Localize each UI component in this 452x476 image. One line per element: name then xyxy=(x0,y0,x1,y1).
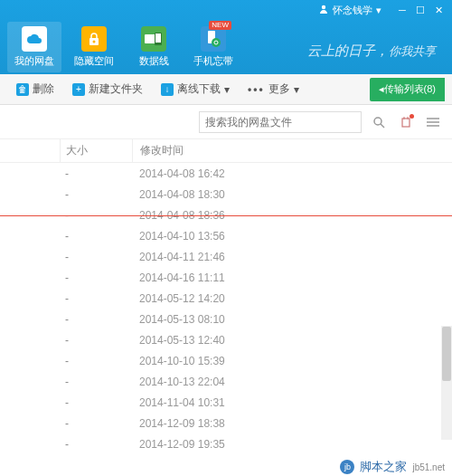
chevron-down-icon: ▾ xyxy=(294,83,299,96)
plus-icon: + xyxy=(72,83,85,96)
table-row[interactable]: -2014-10-13 22:04 xyxy=(0,371,452,392)
col-date[interactable]: 修改时间 xyxy=(132,139,452,162)
window-buttons: ─ ☐ ✕ xyxy=(396,4,445,16)
search-input[interactable] xyxy=(199,111,362,133)
size-cell: - xyxy=(60,292,132,305)
table-row[interactable]: -2014-04-10 13:56 xyxy=(0,225,452,246)
table-row[interactable]: -2014-05-13 12:40 xyxy=(0,329,452,350)
col-size[interactable]: 大小 xyxy=(60,139,132,162)
size-cell: - xyxy=(60,334,132,347)
nav-label: 手机忘带 xyxy=(193,54,233,68)
svg-point-8 xyxy=(374,118,381,125)
user-icon xyxy=(318,4,329,16)
device-icon xyxy=(141,26,166,52)
file-list: -2014-04-08 16:42-2014-04-08 18:30-2014-… xyxy=(0,163,452,458)
nav-label: 数据线 xyxy=(139,54,169,68)
dropdown-icon: ▾ xyxy=(376,5,381,16)
searchbar xyxy=(0,105,452,139)
svg-rect-10 xyxy=(402,119,410,127)
table-row[interactable]: -2014-12-09 19:35 xyxy=(0,433,452,454)
size-cell: - xyxy=(60,438,132,451)
header: 怀念钱学 ▾ ─ ☐ ✕ 我的网盘 隐藏空间 数据线 xyxy=(0,0,452,74)
more-button[interactable]: ••• 更多 ▾ xyxy=(239,78,308,101)
size-cell: - xyxy=(60,230,132,243)
table-row[interactable]: -2014-11-04 10:31 xyxy=(0,392,452,413)
nav-dataline[interactable]: 数据线 xyxy=(127,22,181,72)
phone-sync-icon: NEW xyxy=(201,26,226,52)
search-button[interactable] xyxy=(369,112,389,132)
site-url: jb51.net xyxy=(412,462,445,472)
column-headers: 大小 修改时间 xyxy=(0,139,452,163)
svg-point-0 xyxy=(322,5,325,9)
date-cell: 2014-12-09 18:38 xyxy=(132,417,452,430)
nav-mydisk[interactable]: 我的网盘 xyxy=(7,22,61,72)
size-cell: - xyxy=(60,313,132,326)
scrollbar[interactable] xyxy=(441,326,452,440)
chevron-down-icon: ▾ xyxy=(224,83,230,96)
site-logo-icon: jb xyxy=(340,460,354,474)
list-view-button[interactable] xyxy=(423,112,443,132)
cloud-icon xyxy=(22,26,47,52)
table-row[interactable]: -2014-04-11 21:46 xyxy=(0,246,452,267)
svg-point-7 xyxy=(212,38,221,47)
newfolder-button[interactable]: + 新建文件夹 xyxy=(63,78,152,101)
size-cell: - xyxy=(60,396,132,409)
svg-line-9 xyxy=(381,124,384,128)
size-cell: - xyxy=(60,271,132,284)
site-name: 脚本之家 xyxy=(360,459,407,475)
table-row[interactable]: -2014-10-10 15:39 xyxy=(0,350,452,371)
date-cell: 2014-11-04 10:31 xyxy=(132,396,452,409)
lock-icon xyxy=(81,26,107,52)
delete-button[interactable]: 🗑 删除 xyxy=(7,78,63,101)
date-cell: 2014-05-13 08:10 xyxy=(132,313,452,326)
size-cell: - xyxy=(60,251,132,263)
nav-label: 隐藏空间 xyxy=(74,54,114,68)
user-account[interactable]: 怀念钱学 ▾ xyxy=(318,4,381,17)
size-cell: - xyxy=(60,376,132,388)
table-row[interactable]: -2014-05-12 14:20 xyxy=(0,288,452,309)
date-cell: 2014-04-08 18:30 xyxy=(132,188,452,201)
notification-button[interactable] xyxy=(396,112,416,132)
table-row[interactable]: -2014-12-09 18:38 xyxy=(0,413,452,433)
table-row[interactable]: -2014-04-08 16:42 xyxy=(0,163,452,184)
titlebar: 怀念钱学 ▾ ─ ☐ ✕ xyxy=(0,0,452,20)
svg-rect-5 xyxy=(155,33,161,43)
date-cell: 2014-04-08 16:42 xyxy=(132,167,452,180)
slogan: 云上的日子，你我共享 xyxy=(307,43,436,60)
maximize-button[interactable]: ☐ xyxy=(414,4,427,16)
size-cell: - xyxy=(60,355,132,367)
new-badge: NEW xyxy=(209,21,231,30)
minimize-button[interactable]: ─ xyxy=(396,4,409,16)
date-cell: 2014-04-16 11:11 xyxy=(132,271,452,284)
date-cell: 2014-05-13 12:40 xyxy=(132,334,452,347)
table-row[interactable]: -2014-04-08 18:30 xyxy=(0,184,452,205)
transfer-list-button[interactable]: ◂ 传输列表(8) xyxy=(370,78,445,101)
date-cell: 2014-10-13 22:04 xyxy=(132,376,452,388)
nav-label: 我的网盘 xyxy=(14,54,54,68)
table-row[interactable]: -2014-04-16 11:11 xyxy=(0,267,452,288)
date-cell: 2014-05-12 14:20 xyxy=(132,292,452,305)
size-cell: - xyxy=(60,417,132,430)
table-row[interactable]: -2014-05-13 08:10 xyxy=(0,309,452,329)
username: 怀念钱学 xyxy=(333,4,372,17)
scroll-thumb[interactable] xyxy=(442,327,451,381)
close-button[interactable]: ✕ xyxy=(432,4,445,16)
offline-download-button[interactable]: ↓ 离线下载 ▾ xyxy=(152,78,239,101)
date-cell: 2014-12-09 19:35 xyxy=(132,438,452,451)
nav-phone[interactable]: NEW 手机忘带 xyxy=(186,22,240,72)
date-cell: 2014-10-10 15:39 xyxy=(132,355,452,367)
date-cell: 2014-04-10 13:56 xyxy=(132,230,452,243)
annotation-line xyxy=(0,215,452,216)
toolbar: 🗑 删除 + 新建文件夹 ↓ 离线下载 ▾ ••• 更多 ▾ ◂ 传输列表(8) xyxy=(0,74,452,105)
size-cell: - xyxy=(60,188,132,201)
nav-hidden[interactable]: 隐藏空间 xyxy=(67,22,121,72)
dots-icon: ••• xyxy=(248,83,265,96)
size-cell: - xyxy=(60,167,132,180)
svg-point-2 xyxy=(93,41,96,43)
trash-icon: 🗑 xyxy=(16,83,29,96)
watermark: jb 脚本之家 jb51.net xyxy=(340,458,452,476)
date-cell: 2014-04-11 21:46 xyxy=(132,251,452,263)
download-icon: ↓ xyxy=(161,83,174,96)
